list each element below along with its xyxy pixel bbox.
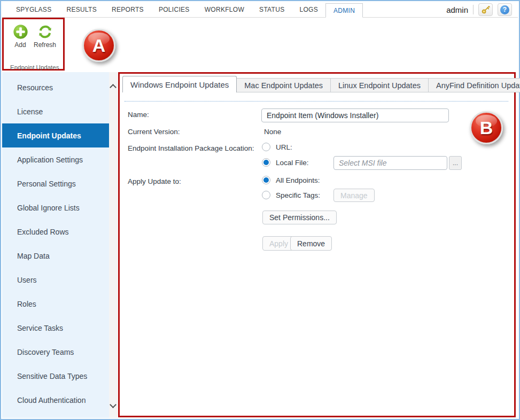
- name-label: Name:: [128, 111, 149, 119]
- refresh-icon: [37, 24, 53, 40]
- change-password-button[interactable]: [478, 3, 493, 16]
- nav-item-workflow[interactable]: WORKFLOW: [197, 6, 252, 13]
- nav-item-results[interactable]: RESULTS: [59, 6, 104, 13]
- specific-tags-option-row[interactable]: Specific Tags:: [262, 191, 320, 199]
- nav-item-status[interactable]: STATUS: [252, 6, 292, 13]
- app-window: SPYGLASS RESULTS REPORTS POLICIES WORKFL…: [0, 0, 520, 420]
- sidebar-item-roles[interactable]: Roles: [2, 292, 109, 316]
- ribbon-toolbar: Add Refresh Endpoint Updates: [2, 18, 518, 72]
- specific-tags-radio[interactable]: [262, 191, 270, 199]
- tab-windows-endpoint-updates[interactable]: Windows Endpoint Updates: [122, 76, 237, 92]
- sidebar-item-excluded-rows[interactable]: Excluded Rows: [2, 220, 109, 244]
- sidebar-item-map-data[interactable]: Map Data: [2, 244, 109, 268]
- toolbar-group-label: Endpoint Updates: [10, 64, 59, 71]
- sidebar-item-users[interactable]: Users: [2, 268, 109, 292]
- set-permissions-button[interactable]: Set Permissions...: [262, 211, 337, 224]
- sidebar-list: Resources License Endpoint Updates Appli…: [2, 75, 109, 412]
- admin-sidebar: Resources License Endpoint Updates Appli…: [2, 72, 118, 418]
- all-endpoints-radio[interactable]: [262, 176, 270, 184]
- package-location-label: Endpoint Installation Package Location:: [128, 144, 254, 152]
- add-button[interactable]: Add: [8, 24, 33, 49]
- apply-update-label: Apply Update to:: [128, 177, 181, 185]
- sidebar-item-discovery-teams[interactable]: Discovery Teams: [2, 340, 109, 364]
- help-icon: ?: [500, 5, 509, 14]
- nav-item-policies[interactable]: POLICIES: [151, 6, 197, 13]
- scroll-down-icon[interactable]: [110, 401, 117, 408]
- local-file-radio-label: Local File:: [276, 159, 309, 167]
- nav-item-admin[interactable]: ADMIN: [325, 3, 363, 18]
- url-option-row[interactable]: URL:: [262, 143, 292, 151]
- remove-button[interactable]: Remove: [290, 236, 332, 251]
- sidebar-item-resources[interactable]: Resources: [2, 75, 109, 99]
- all-endpoints-option-row[interactable]: All Endpoints:: [262, 176, 320, 184]
- sidebar-item-global-ignore-lists[interactable]: Global Ignore Lists: [2, 196, 109, 220]
- top-nav: SPYGLASS RESULTS REPORTS POLICIES WORKFL…: [2, 2, 518, 18]
- tab-mac-endpoint-updates[interactable]: Mac Endpoint Updates: [236, 78, 331, 92]
- sidebar-item-license[interactable]: License: [2, 99, 109, 123]
- scroll-up-icon[interactable]: [110, 84, 117, 91]
- nav-right-group: admin ?: [446, 3, 518, 16]
- annotation-box-b: Windows Endpoint Updates Mac Endpoint Up…: [118, 72, 516, 417]
- nav-item-spyglass[interactable]: SPYGLASS: [9, 6, 59, 13]
- annotation-badge-b: B: [470, 111, 503, 144]
- sidebar-item-application-settings[interactable]: Application Settings: [2, 147, 109, 172]
- url-radio-label: URL:: [276, 143, 292, 151]
- tab-separator-line: [125, 101, 508, 102]
- add-button-label: Add: [14, 41, 26, 49]
- sidebar-item-endpoint-updates[interactable]: Endpoint Updates: [2, 123, 109, 147]
- all-endpoints-radio-label: All Endpoints:: [276, 176, 320, 184]
- refresh-button-label: Refresh: [34, 41, 56, 49]
- sidebar-item-personal-settings[interactable]: Personal Settings: [2, 172, 109, 196]
- tab-linux-endpoint-updates[interactable]: Linux Endpoint Updates: [330, 78, 429, 92]
- local-file-radio[interactable]: [262, 158, 270, 167]
- help-button[interactable]: ?: [498, 3, 512, 16]
- local-file-option-row[interactable]: Local File:: [262, 158, 309, 167]
- current-version-label: Current Version:: [128, 128, 180, 136]
- endpoint-updates-tabs: Windows Endpoint Updates Mac Endpoint Up…: [122, 76, 520, 92]
- nav-item-logs[interactable]: LOGS: [292, 6, 325, 13]
- sidebar-item-sensitive-data-types[interactable]: Sensitive Data Types: [2, 364, 109, 388]
- sidebar-item-service-tasks[interactable]: Service Tasks: [2, 316, 109, 340]
- key-icon: [481, 5, 491, 14]
- sidebar-item-cloud-authentication[interactable]: Cloud Authentication: [2, 388, 109, 412]
- sidebar-scrollbar[interactable]: [109, 72, 118, 418]
- current-version-value: None: [264, 128, 281, 136]
- nav-divider: [473, 5, 474, 14]
- name-input[interactable]: [261, 108, 449, 122]
- logged-in-user-label: admin: [446, 5, 468, 14]
- add-icon: [13, 24, 28, 40]
- refresh-button[interactable]: Refresh: [33, 24, 57, 49]
- manage-button: Manage: [333, 189, 375, 202]
- url-radio[interactable]: [262, 143, 270, 151]
- annotation-badge-a: A: [82, 29, 115, 62]
- nav-item-reports[interactable]: REPORTS: [104, 6, 151, 13]
- specific-tags-radio-label: Specific Tags:: [276, 191, 320, 199]
- browse-button[interactable]: ...: [449, 156, 462, 170]
- tab-anyfind-definition-updates[interactable]: AnyFind Definition Updates: [428, 78, 520, 92]
- msi-file-input[interactable]: [333, 156, 447, 170]
